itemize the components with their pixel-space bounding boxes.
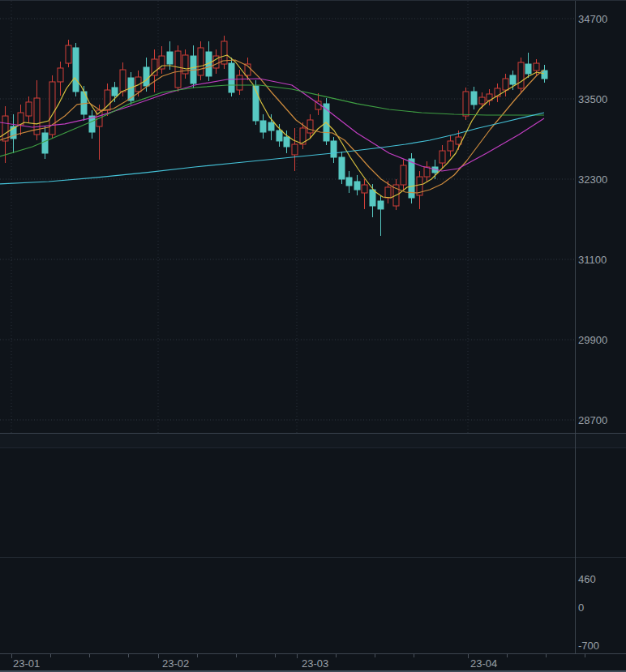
candlesticks [2, 36, 547, 236]
time-axis-label: 23-03 [302, 658, 328, 669]
price-axis-label: 33500 [578, 94, 607, 105]
time-axis-minor-tick [236, 654, 237, 657]
macd-axis-label: -700 [578, 640, 599, 651]
time-axis-tick [158, 654, 159, 658]
time-axis-minor-tick [336, 654, 337, 657]
price-axis-label: 32300 [578, 174, 607, 185]
candlestick-panel[interactable] [0, 1, 626, 433]
time-axis-tick [468, 654, 469, 658]
macd-axis-label: 460 [578, 574, 596, 584]
time-axis-label: 23-02 [162, 658, 189, 669]
time-axis-minor-tick [546, 654, 547, 657]
time-axis-minor-tick [89, 654, 90, 657]
time-axis-minor-tick [507, 654, 508, 657]
stock-chart-app: 当前暂无相关数据 3470033500323003110029900287004… [0, 0, 626, 672]
time-axis-line [0, 653, 626, 654]
panel-divider [0, 433, 626, 448]
price-axis-label: 34700 [578, 14, 607, 24]
time-axis-minor-tick [197, 654, 198, 657]
price-axis-label: 28700 [578, 415, 607, 426]
time-axis-label: 23-04 [470, 658, 497, 669]
time-axis-tick [11, 654, 12, 658]
time-axis-minor-tick [50, 654, 51, 657]
candlestick-chart[interactable] [0, 1, 626, 433]
price-axis-label: 31100 [578, 255, 607, 265]
time-axis-tick [297, 654, 298, 658]
time-axis-label: 23-01 [13, 658, 40, 669]
price-axis-label: 29900 [578, 335, 607, 345]
time-axis-minor-tick [128, 654, 129, 657]
price-axis-line [575, 1, 576, 654]
time-axis-minor-tick [414, 654, 414, 657]
macd-axis-label: 0 [578, 602, 584, 613]
time-axis-minor-tick [585, 654, 585, 657]
time-axis-minor-tick [275, 654, 276, 657]
main-gridlines [0, 1, 575, 433]
macd-panel[interactable] [0, 557, 626, 654]
indicator-empty-panel: 当前暂无相关数据 [0, 448, 626, 557]
time-axis-minor-tick [375, 654, 375, 657]
